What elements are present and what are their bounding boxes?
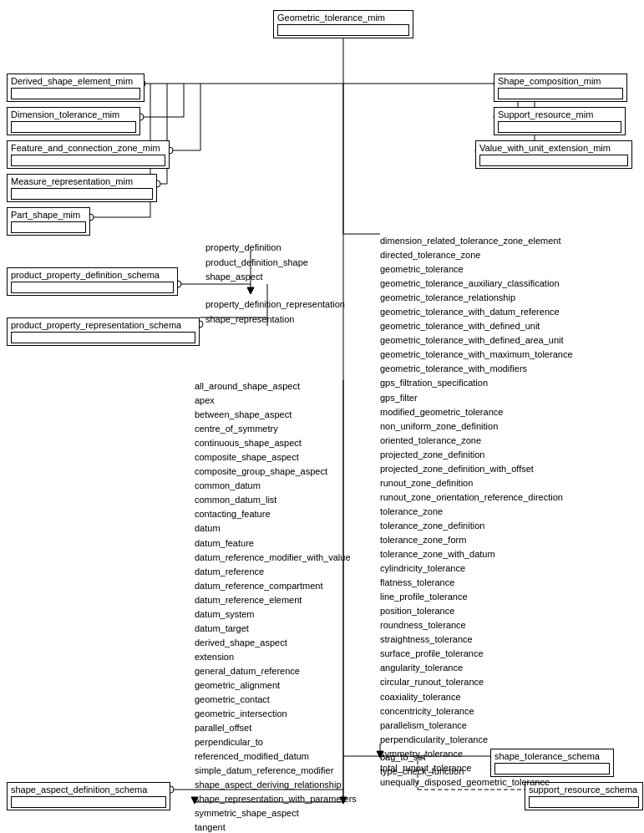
right-line-32: circular_runout_tolerance: [380, 675, 573, 689]
right-line-23: tolerance_zone_with_datum: [380, 547, 573, 561]
feature-connection-zone-mim-box: Feature_and_connection_zone_mim: [7, 140, 170, 169]
bl-line-8: common_datum: [195, 479, 357, 493]
shape-aspect-definition-schema-box: shape_aspect_definition_schema: [7, 782, 170, 810]
bl-line-24: geometric_intersection: [195, 707, 357, 721]
product-property-def-inner: [11, 282, 174, 293]
right-line-25: flatness_tolerance: [380, 576, 573, 590]
svg-marker-19: [247, 287, 254, 294]
bl-line-4: centre_of_symmetry: [195, 422, 357, 436]
diagram-container: Geometric_tolerance_mim Derived_shape_el…: [0, 0, 644, 833]
bl-line-15: datum_reference_compartment: [195, 579, 357, 593]
right-line-16: projected_zone_definition: [380, 448, 573, 462]
bl-line-3: between_shape_aspect: [195, 408, 357, 422]
bl-line-32: tangent: [195, 820, 357, 833]
bl-line-30: shape_representation_with_parameters: [195, 792, 357, 806]
product-property-rep-inner: [11, 332, 195, 343]
derived-shape-element-mim-label: Derived_shape_element_mim: [11, 76, 133, 86]
shape-representation-line: shape_representation: [205, 312, 345, 328]
br-line-2: type_check_function: [380, 764, 464, 779]
bl-line-26: perpendicular_to: [195, 735, 357, 749]
right-line-18: runout_zone_definition: [380, 476, 573, 490]
right-line-17: projected_zone_definition_with_offset: [380, 462, 573, 476]
shape-aspect-def-schema-inner: [11, 796, 166, 808]
value-unit-extension-mim-box: Value_with_unit_extension_mim: [475, 140, 632, 169]
part-shape-mim-box: Part_shape_mim: [7, 207, 90, 236]
shape-aspect-line: shape_aspect: [205, 270, 308, 285]
right-line-5: geometric_tolerance_relationship: [380, 291, 573, 305]
right-line-21: tolerance_zone_definition: [380, 519, 573, 533]
derived-shape-element-mim-box: Derived_shape_element_mim: [7, 74, 145, 102]
bl-line-10: contacting_feature: [195, 507, 357, 521]
right-line-4: geometric_tolerance_auxiliary_classifica…: [380, 277, 573, 291]
bl-line-2: apex: [195, 394, 357, 408]
support-resource-mim-box: Support_resource_mim: [494, 107, 626, 135]
support-resource-schema-inner: [529, 796, 639, 808]
product-property-definition-schema-box: product_property_definition_schema: [7, 267, 178, 296]
bl-line-25: parallel_offset: [195, 721, 357, 735]
shape-composition-inner: [498, 88, 623, 99]
bottom-left-text-block: all_around_shape_aspect apex between_sha…: [195, 379, 357, 833]
value-unit-extension-label: Value_with_unit_extension_mim: [479, 143, 611, 153]
right-line-9: geometric_tolerance_with_maximum_toleran…: [380, 348, 573, 362]
product-property-representation-schema-box: product_property_representation_schema: [7, 317, 200, 346]
shape-composition-label: Shape_composition_mim: [498, 76, 601, 86]
bl-line-23: geometric_contact: [195, 693, 357, 707]
dimension-tolerance-inner: [11, 121, 136, 133]
right-line-26: line_profile_tolerance: [380, 590, 573, 604]
bl-line-27: referenced_modified_datum: [195, 749, 357, 764]
bl-line-11: datum: [195, 521, 357, 536]
right-line-10: geometric_tolerance_with_modifiers: [380, 362, 573, 376]
feature-connection-inner: [11, 155, 165, 166]
bl-line-14: datum_reference: [195, 565, 357, 579]
right-line-36: perpendicularity_tolerance: [380, 733, 573, 747]
bl-line-22: geometric_alignment: [195, 678, 357, 693]
geometric-tolerance-mim-inner: [277, 24, 409, 36]
property-definition-text-block: property_definition product_definition_s…: [205, 241, 308, 285]
right-line-31: angularity_tolerance: [380, 661, 573, 675]
dimension-tolerance-mim-label: Dimension_tolerance_mim: [11, 109, 119, 119]
measure-representation-label: Measure_representation_mim: [11, 176, 133, 186]
right-line-3: geometric_tolerance: [380, 262, 573, 277]
bl-line-19: derived_shape_aspect: [195, 636, 357, 650]
value-unit-extension-inner: [479, 155, 628, 166]
bl-line-29: shape_aspect_deriving_relationship: [195, 778, 357, 792]
feature-connection-label: Feature_and_connection_zone_mim: [11, 143, 160, 153]
right-line-8: geometric_tolerance_with_defined_area_un…: [380, 333, 573, 348]
property-def-rep-line: property_definition_representation: [205, 297, 345, 312]
bl-line-20: extension: [195, 650, 357, 664]
geometric-tolerance-mim-label: Geometric_tolerance_mim: [277, 13, 385, 23]
measure-representation-mim-box: Measure_representation_mim: [7, 174, 157, 202]
bl-line-7: composite_group_shape_aspect: [195, 465, 357, 479]
right-line-28: roundness_tolerance: [380, 618, 573, 632]
right-line-29: straightness_tolerance: [380, 632, 573, 647]
part-shape-mim-label: Part_shape_mim: [11, 210, 80, 220]
right-line-15: oriented_tolerance_zone: [380, 434, 573, 448]
bottom-right-text-block: bag_to_set type_check_function: [380, 750, 464, 779]
right-line-11: gps_filtration_specification: [380, 376, 573, 390]
bl-line-6: composite_shape_aspect: [195, 450, 357, 465]
right-line-24: cylindricity_tolerance: [380, 561, 573, 576]
bl-line-12: datum_feature: [195, 536, 357, 551]
right-line-2: directed_tolerance_zone: [380, 248, 573, 262]
support-resource-mim-label: Support_resource_mim: [498, 109, 593, 119]
right-line-20: tolerance_zone: [380, 505, 573, 519]
geometric-tolerance-mim-box: Geometric_tolerance_mim: [273, 10, 413, 38]
shape-aspect-definition-schema-label: shape_aspect_definition_schema: [11, 785, 147, 795]
property-definition-representation-text-block: property_definition_representation shape…: [205, 297, 345, 327]
bl-line-9: common_datum_list: [195, 493, 357, 507]
bl-line-5: continuous_shape_aspect: [195, 436, 357, 450]
bl-line-18: datum_target: [195, 622, 357, 636]
right-line-33: coaxiality_tolerance: [380, 690, 573, 704]
dimension-tolerance-mim-box: Dimension_tolerance_mim: [7, 107, 140, 135]
right-line-27: position_tolerance: [380, 604, 573, 618]
right-line-34: concentricity_tolerance: [380, 704, 573, 719]
support-resource-mim-inner: [498, 121, 621, 133]
bl-line-16: datum_reference_element: [195, 593, 357, 607]
right-line-14: non_uniform_zone_definition: [380, 419, 573, 434]
measure-representation-inner: [11, 188, 153, 200]
right-line-35: parallelism_tolerance: [380, 719, 573, 733]
product-property-representation-label: product_property_representation_schema: [11, 320, 181, 330]
bl-line-28: simple_datum_reference_modifier: [195, 764, 357, 778]
right-line-7: geometric_tolerance_with_defined_unit: [380, 319, 573, 333]
bl-line-21: general_datum_reference: [195, 664, 357, 678]
